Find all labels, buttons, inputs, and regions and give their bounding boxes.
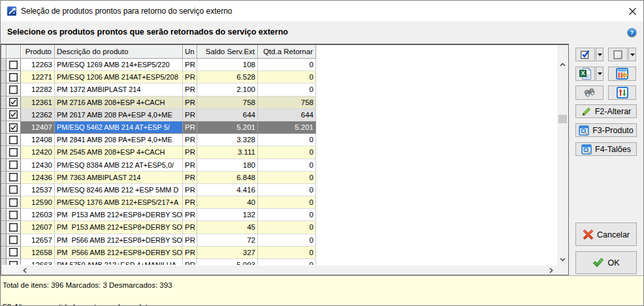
row-indicator-cell [1, 97, 7, 109]
table-row[interactable]: 12407PM/ESQ 5462 AMB 214 AT+ESP 5/PR5.20… [1, 121, 557, 134]
cell-descricao: PM/ESQ 1269 AMB 214+ESP5/220 [55, 59, 183, 71]
table-row[interactable]: 12282PM 1372 AMBIPLAST 214PR2.1000 [1, 84, 557, 96]
row-filler [316, 221, 557, 234]
excel-export-dropdown[interactable] [596, 67, 604, 81]
svg-text:?: ? [630, 29, 634, 36]
help-icon[interactable]: ? [626, 27, 637, 38]
grid-rows: 12263PM/ESQ 1269 AMB 214+ESP5/220PR10801… [1, 59, 557, 265]
table-row[interactable]: 12537PM/ESQ 8246 AMB 212 +ESP 5MM DPR4.4… [1, 184, 557, 196]
header-cell-saldo[interactable]: Saldo Serv.Ext [197, 45, 258, 59]
pencil-icon [581, 106, 592, 116]
cell-descricao: PM 1372 AMBIPLAST 214 [55, 84, 183, 96]
row-indicator-cell [1, 247, 7, 259]
table-row[interactable]: 12361PM 2716 AMB 208+ESP 4+CACHPR758758 [1, 97, 557, 109]
uncheck-all-dropdown[interactable] [628, 48, 636, 61]
row-checkbox[interactable] [7, 184, 21, 196]
row-checkbox[interactable] [7, 247, 21, 259]
cell-produto: 12436 [21, 172, 55, 184]
status-totals: Total de itens: 396 Marcados: 3 Desmarca… [3, 281, 172, 289]
title-bar: Seleção de produtos prontos para retorno… [1, 1, 643, 22]
row-checkbox[interactable] [7, 259, 21, 265]
scroll-down-icon[interactable] [557, 253, 568, 266]
ok-button[interactable]: OK [575, 251, 637, 274]
table-row[interactable]: 12663PM 5750 AMB 212+ESP 4+MANILHAPR5.09… [1, 259, 557, 265]
row-checkbox[interactable] [7, 134, 21, 146]
row-checkbox[interactable] [7, 97, 21, 109]
excel-export-button[interactable]: X [575, 67, 595, 81]
header-cell-produto[interactable]: Produto [21, 45, 55, 59]
table-row[interactable]: 12408PM 2841 AMB 208 PA+ESP 4,0+MEPR3.32… [1, 134, 557, 146]
header-cell-qtd[interactable]: Qtd.a Retornar [258, 45, 316, 59]
grid-config-button[interactable] [608, 67, 636, 81]
cell-saldo: 45 [197, 221, 258, 234]
cell-un: PR [183, 196, 197, 209]
green-check-icon [592, 258, 604, 268]
row-filler [316, 234, 557, 247]
row-checkbox[interactable] [7, 121, 21, 134]
check-all-dropdown[interactable] [596, 48, 604, 61]
cell-saldo: 108 [197, 59, 258, 71]
table-row[interactable]: 12420PM 2545 AMB 208+ESP 4+CACHPR3.1110 [1, 146, 557, 159]
cell-saldo: 4.416 [197, 184, 258, 196]
cell-un: PR [183, 134, 197, 146]
row-checkbox[interactable] [7, 59, 21, 71]
row-indicator-cell [1, 146, 7, 159]
uncheck-all-button[interactable] [608, 48, 628, 61]
row-checkbox[interactable] [7, 109, 21, 121]
row-checkbox[interactable] [7, 71, 21, 84]
row-checkbox[interactable] [7, 172, 21, 184]
table-row[interactable]: 12590PM/ESQ 1376 AMB 212+ESP5/217+APR400 [1, 196, 557, 209]
cell-un: PR [183, 146, 197, 159]
cancel-label: Cancelar [597, 230, 630, 239]
row-checkbox[interactable] [7, 209, 21, 221]
f2-alterar-button[interactable]: F2-Alterar [575, 104, 637, 118]
sort-button[interactable] [608, 85, 636, 100]
cell-qtd: 5.201 [258, 121, 316, 134]
cell-produto: 12362 [21, 109, 55, 121]
cell-saldo: 6.528 [197, 71, 258, 84]
row-checkbox[interactable] [7, 159, 21, 172]
vertical-scrollbar[interactable] [557, 45, 568, 266]
scroll-right-icon[interactable] [545, 266, 557, 275]
row-checkbox[interactable] [7, 84, 21, 96]
table-row[interactable]: 12362PM 2617 AMB 208 PA+ESP 4,0+MEPR6446… [1, 109, 557, 121]
table-row[interactable]: 12263PM/ESQ 1269 AMB 214+ESP5/220PR1080 [1, 59, 557, 71]
header-cell-descricao[interactable]: Descrição do produto [55, 45, 183, 59]
vertical-scroll-thumb[interactable] [558, 115, 567, 123]
row-checkbox[interactable] [7, 234, 21, 247]
f3-produto-button[interactable]: F3-Produto [575, 123, 637, 137]
search-button[interactable] [575, 85, 604, 100]
cell-un: PR [183, 209, 197, 221]
table-row[interactable]: 12603PM P153 AMB 212+ESP8+DERBY SOPR1320 [1, 209, 557, 221]
table-row[interactable]: 12657PM P566 AMB 212+ESP8+DERBY SOPR720 [1, 234, 557, 247]
cell-un: PR [183, 59, 197, 71]
scroll-up-icon[interactable] [557, 58, 568, 71]
close-icon[interactable] [628, 7, 637, 16]
row-checkbox[interactable] [7, 146, 21, 159]
horizontal-scrollbar[interactable] [1, 266, 557, 275]
table-row[interactable]: 12430PM/ESQ 8384 AMB 212 AT+ESP5,0/PR180… [1, 159, 557, 172]
row-checkbox[interactable] [7, 196, 21, 209]
cell-qtd: 0 [258, 209, 316, 221]
grid-header-row: ProdutoDescrição do produtoUnSaldo Serv.… [1, 45, 557, 59]
row-indicator-cell [1, 196, 7, 209]
check-all-button[interactable] [575, 48, 595, 61]
row-filler [316, 59, 557, 71]
f4-taloes-button[interactable]: F4-Talões [575, 142, 637, 156]
scroll-left-icon[interactable] [19, 266, 31, 275]
cell-saldo: 5.201 [197, 121, 258, 134]
row-filler [316, 71, 557, 84]
f2-alterar-label: F2-Alterar [595, 106, 632, 116]
cancel-button[interactable]: Cancelar [575, 222, 637, 246]
row-checkbox[interactable] [7, 221, 21, 234]
cell-descricao: PM 2545 AMB 208+ESP 4+CACH [55, 146, 183, 159]
table-row[interactable]: 12271PM/ESQ 1206 AMB 214AT+ESP5/208PR6.5… [1, 71, 557, 84]
window-title: Seleção de produtos prontos para retorno… [21, 1, 233, 22]
table-row[interactable]: 12658PM P566 AMB 212+ESP8+DERBY SOPR3270 [1, 247, 557, 259]
table-row[interactable]: 12607PM P153 AMB 212+ESP8+DERBY SOPR450 [1, 221, 557, 234]
table-row[interactable]: 12436PM 7363 AMBIPLAST 214PR6.8480 [1, 172, 557, 184]
cell-un: PR [183, 71, 197, 84]
cell-produto: 12263 [21, 59, 55, 71]
products-grid: ProdutoDescrição do produtoUnSaldo Serv.… [1, 44, 569, 275]
header-cell-un[interactable]: Un [183, 45, 197, 59]
